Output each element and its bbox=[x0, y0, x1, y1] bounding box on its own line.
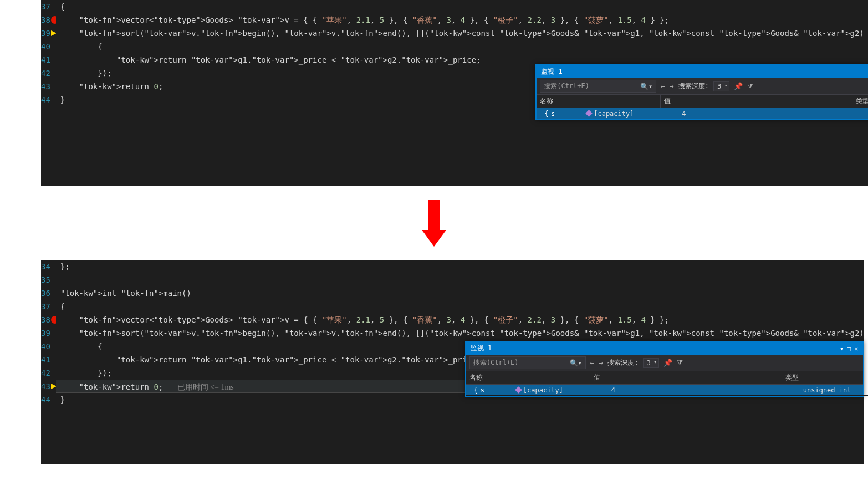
watch-title-label: 监视 1 bbox=[541, 67, 562, 76]
code-editor[interactable]: { "tok-fn">vector<"tok-type">Goods> "tok… bbox=[56, 0, 868, 186]
watch-value-cell[interactable]: 4 bbox=[678, 108, 868, 119]
depth-dropdown[interactable]: 3 bbox=[643, 358, 659, 368]
nav-back-icon[interactable]: ← bbox=[590, 359, 595, 367]
editor-panel-before: 件3738394041424344-{ "tok-fn">vector<"tok… bbox=[41, 0, 827, 186]
line-number: 39 bbox=[41, 27, 50, 40]
watch-titlebar[interactable]: 监视 1▾□✕ bbox=[466, 342, 863, 355]
line-number: 38 bbox=[41, 313, 50, 326]
transition-arrow bbox=[422, 200, 446, 247]
code-line[interactable]: { bbox=[56, 300, 864, 313]
watch-name-cell[interactable]: ▹[allocator] bbox=[854, 385, 868, 395]
line-number: 38 bbox=[41, 13, 50, 27]
header-value[interactable]: 值 bbox=[590, 371, 782, 384]
watch-toolbar: 搜索(Ctrl+E)🔍▾←→搜索深度:3📌⧩ bbox=[537, 78, 868, 94]
nav-back-icon[interactable]: ← bbox=[661, 82, 665, 90]
property-icon bbox=[585, 110, 593, 117]
watch-titlebar[interactable]: 监视 1▾□✕ bbox=[537, 65, 868, 78]
line-number: 34 bbox=[41, 260, 50, 273]
watch-var-name: [capacity] bbox=[594, 108, 634, 119]
line-number: 42 bbox=[41, 67, 50, 80]
line-number: 37 bbox=[41, 0, 50, 13]
watch-toolbar: 搜索(Ctrl+E)🔍▾←→搜索深度:3📌⧩ bbox=[466, 355, 863, 371]
search-icon[interactable]: 🔍▾ bbox=[570, 359, 582, 367]
header-name[interactable]: 名称 bbox=[466, 371, 590, 384]
depth-dropdown[interactable]: 3 bbox=[713, 81, 729, 91]
line-number: 43 bbox=[41, 80, 50, 93]
header-name[interactable]: 名称 bbox=[537, 95, 661, 108]
dropdown-icon[interactable]: ▾ bbox=[840, 345, 844, 353]
header-type[interactable]: 类型 bbox=[852, 95, 868, 108]
filter-icon[interactable]: ⧩ bbox=[747, 82, 753, 91]
watch-row[interactable]: [capacity]4unsigned int bbox=[484, 385, 855, 396]
property-icon bbox=[515, 386, 522, 394]
watch-row[interactable]: ▿v{ size=4 }std::vector[capacity]4unsign… bbox=[537, 108, 868, 119]
watch-value-cell[interactable]: { size=4 } bbox=[541, 108, 548, 119]
line-number: 40 bbox=[41, 40, 50, 53]
watch-window: 监视 1▾□✕搜索(Ctrl+E)🔍▾←→搜索深度:3📌⧩名称值类型▿v{ si… bbox=[465, 341, 864, 397]
watch-column-headers: 名称值类型 bbox=[537, 94, 868, 108]
line-number: 40 bbox=[41, 340, 50, 353]
watch-type-cell: unsigned int bbox=[800, 385, 855, 395]
watch-name-cell[interactable]: ▿v bbox=[466, 385, 471, 395]
watch-row[interactable]: [capacity]4unsigned int bbox=[554, 108, 868, 119]
maximize-icon[interactable]: □ bbox=[847, 345, 851, 353]
line-number: 44 bbox=[41, 93, 50, 106]
watch-row[interactable]: ▿v{ size=4 }std::vector[capacity]4unsign… bbox=[466, 385, 863, 396]
watch-type-cell: std::vector bbox=[477, 385, 484, 395]
watch-var-name: [capacity] bbox=[523, 385, 563, 395]
editor-panel-after: 可变参类成员左值和文件3435363738394041424344--};"to… bbox=[41, 260, 827, 464]
watch-type-cell: std::vector bbox=[548, 108, 554, 119]
line-number: 41 bbox=[41, 353, 50, 366]
line-number: 43 bbox=[41, 380, 50, 393]
watch-value-cell[interactable]: 4 bbox=[608, 385, 800, 395]
watch-name-cell[interactable]: ▿v bbox=[537, 108, 541, 119]
line-number: 39 bbox=[41, 326, 50, 340]
pin-icon[interactable]: 📌 bbox=[663, 359, 672, 367]
watch-value-cell[interactable]: { size=4 } bbox=[471, 385, 477, 395]
nav-forward-icon[interactable]: → bbox=[599, 359, 604, 367]
watch-search-input[interactable]: 搜索(Ctrl+E)🔍▾ bbox=[540, 80, 656, 93]
code-line[interactable]: "tok-fn">sort("tok-var">v."tok-fn">begin… bbox=[56, 27, 868, 40]
watch-name-cell[interactable]: [capacity] bbox=[554, 108, 678, 119]
line-number: 44 bbox=[41, 393, 50, 406]
code-line[interactable]: "tok-fn">vector<"tok-type">Goods> "tok-v… bbox=[56, 313, 864, 326]
watch-title-label: 监视 1 bbox=[471, 344, 492, 353]
depth-label: 搜索深度: bbox=[607, 358, 638, 367]
watch-name-cell[interactable]: [capacity] bbox=[484, 385, 608, 395]
header-value[interactable]: 值 bbox=[661, 95, 852, 108]
pin-icon[interactable]: 📌 bbox=[734, 82, 743, 90]
watch-row[interactable]: ▹[allocator]allocatorstd::_Compresse... bbox=[854, 385, 868, 396]
line-number: 37 bbox=[41, 300, 50, 313]
code-line[interactable]: { bbox=[56, 40, 868, 53]
header-type[interactable]: 类型 bbox=[782, 371, 863, 384]
depth-label: 搜索深度: bbox=[678, 81, 709, 91]
code-line[interactable]: { bbox=[56, 0, 868, 13]
code-line[interactable]: "tok-fn">sort("tok-var">v."tok-fn">begin… bbox=[56, 326, 864, 340]
code-line[interactable]: "tok-fn">vector<"tok-type">Goods> "tok-v… bbox=[56, 13, 868, 27]
watch-search-input[interactable]: 搜索(Ctrl+E)🔍▾ bbox=[469, 356, 586, 369]
code-line[interactable]: }; bbox=[56, 260, 864, 273]
line-number: 35 bbox=[41, 273, 50, 287]
code-line[interactable]: "tok-kw">int "tok-fn">main() bbox=[56, 287, 864, 300]
line-number: 36 bbox=[41, 287, 50, 300]
watch-window: 监视 1▾□✕搜索(Ctrl+E)🔍▾←→搜索深度:3📌⧩名称值类型▿v{ si… bbox=[535, 64, 868, 120]
search-icon[interactable]: 🔍▾ bbox=[640, 83, 652, 90]
line-number-gutter: 3435363738394041424344 bbox=[41, 260, 56, 464]
line-number: 42 bbox=[41, 366, 50, 380]
nav-forward-icon[interactable]: → bbox=[670, 82, 674, 90]
watch-column-headers: 名称值类型 bbox=[466, 371, 863, 385]
code-editor[interactable]: };"tok-kw">int "tok-fn">main(){ "tok-fn"… bbox=[56, 260, 864, 464]
line-number-gutter: 3738394041424344 bbox=[41, 0, 56, 186]
line-number: 41 bbox=[41, 53, 50, 67]
filter-icon[interactable]: ⧩ bbox=[677, 359, 683, 367]
code-line[interactable] bbox=[56, 273, 864, 287]
close-icon[interactable]: ✕ bbox=[855, 345, 859, 353]
